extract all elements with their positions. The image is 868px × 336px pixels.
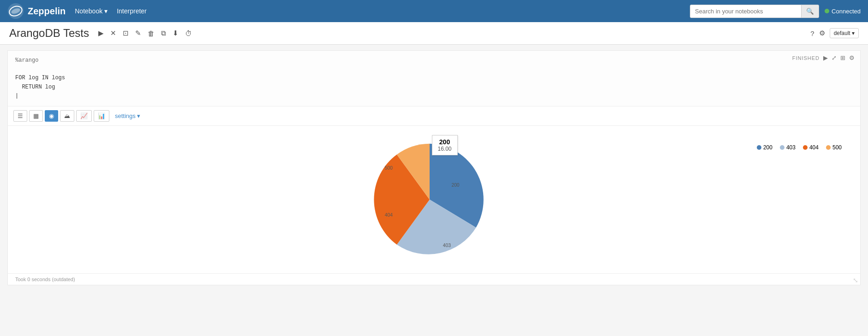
pie-chart-container: 200 403 404 500 200 16.00: [365, 135, 503, 264]
code-line-2: [15, 65, 853, 74]
title-right: ? ⚙ default ▾: [810, 28, 859, 38]
settings-dropdown-icon: ▾: [137, 112, 140, 119]
code-line-1: %arango: [15, 56, 853, 65]
scatter-chart-button[interactable]: 📊: [94, 110, 109, 122]
pie-chart: 200 403 404 500: [365, 135, 494, 264]
cell-footer: Took 0 seconds (outdated): [8, 273, 860, 285]
page-title: ArangoDB Tests: [9, 27, 89, 40]
legend-dot-500: [826, 145, 831, 150]
connected-dot: [825, 9, 829, 13]
default-button[interactable]: default ▾: [830, 28, 859, 38]
notebook-dropdown-icon: ▾: [104, 7, 108, 15]
edit-button[interactable]: ✎: [133, 28, 143, 38]
zeppelin-logo: [7, 3, 24, 19]
chart-toolbar: ☰ ▦ ◉ ⛰ 📈 📊 settings ▾: [8, 106, 860, 126]
legend-dot-404: [803, 145, 808, 150]
legend-label-403: 403: [786, 144, 796, 151]
bar-chart-button[interactable]: ▦: [29, 110, 43, 122]
label-403: 403: [443, 243, 450, 248]
legend-dot-200: [757, 145, 761, 150]
line-chart-button[interactable]: 📈: [76, 110, 92, 122]
show-hide-button[interactable]: ⊡: [121, 28, 131, 38]
legend-item-200: 200: [757, 144, 772, 151]
chart-legend: 200 403 404 500: [757, 144, 842, 151]
cell-status-bar: FINISHED ▶ ⤢ ⊞ ⚙: [792, 54, 855, 61]
tooltip-label: 200: [438, 138, 452, 146]
page-title-bar: ArangoDB Tests ▶ ✕ ⊡ ✎ 🗑 ⧉ ⬇ ⏱ ? ⚙ defau…: [0, 22, 868, 45]
code-line-4: RETURN log: [15, 83, 853, 92]
label-404: 404: [384, 212, 392, 218]
resize-handle[interactable]: ⤡: [853, 277, 858, 284]
chart-area: 200 403 404 500 200 16.00 200: [8, 126, 860, 273]
delete-button[interactable]: 🗑: [146, 29, 156, 38]
cell-maximize-icon[interactable]: ⤢: [832, 54, 837, 61]
tooltip-value: 16.00: [438, 146, 452, 152]
cell-code-icon[interactable]: ⊞: [840, 54, 845, 61]
code-cursor: |: [15, 92, 853, 100]
legend-item-404: 404: [803, 144, 819, 151]
cell-status-text: FINISHED: [792, 55, 820, 61]
export-button[interactable]: ⬇: [171, 28, 180, 38]
navbar: Zeppelin Notebook ▾ Interpreter 🔍 Connec…: [0, 0, 868, 22]
label-500: 500: [384, 165, 392, 171]
connected-badge: Connected: [825, 8, 861, 15]
chart-tooltip: 200 16.00: [432, 135, 458, 155]
settings-icon[interactable]: ⚙: [819, 29, 825, 37]
chart-settings-button[interactable]: settings ▾: [115, 112, 140, 119]
legend-label-500: 500: [832, 144, 842, 151]
search-box: 🔍: [690, 5, 819, 18]
run-all-button[interactable]: ▶: [96, 28, 106, 38]
label-200: 200: [451, 183, 459, 188]
interpreter-link[interactable]: Interpreter: [117, 7, 147, 15]
cell-timing: Took 0 seconds (outdated): [15, 277, 75, 282]
brand-name: Zeppelin: [28, 6, 66, 17]
stop-button[interactable]: ✕: [108, 28, 118, 38]
clone-button[interactable]: ⧉: [159, 28, 168, 38]
cell-run-icon[interactable]: ▶: [823, 54, 828, 61]
legend-dot-403: [780, 145, 784, 150]
legend-item-403: 403: [780, 144, 796, 151]
brand: Zeppelin: [7, 3, 66, 19]
notebook-toolbar: ▶ ✕ ⊡ ✎ 🗑 ⧉ ⬇ ⏱: [96, 28, 194, 38]
search-button[interactable]: 🔍: [801, 5, 819, 18]
code-line-3: FOR log IN logs: [15, 74, 853, 83]
legend-label-200: 200: [763, 144, 772, 151]
legend-label-404: 404: [809, 144, 819, 151]
help-icon[interactable]: ?: [810, 29, 814, 37]
table-view-button[interactable]: ☰: [13, 110, 27, 122]
code-editor[interactable]: %arango FOR log IN logs RETURN log |: [8, 51, 860, 106]
notebook-cell: FINISHED ▶ ⤢ ⊞ ⚙ %arango FOR log IN logs…: [7, 50, 861, 285]
notebook-menu[interactable]: Notebook ▾: [75, 7, 108, 15]
main-content: FINISHED ▶ ⤢ ⊞ ⚙ %arango FOR log IN logs…: [0, 50, 868, 285]
cell-settings-icon[interactable]: ⚙: [849, 54, 855, 61]
connected-label: Connected: [832, 8, 861, 15]
area-chart-button[interactable]: ⛰: [60, 110, 74, 122]
navbar-right: 🔍 Connected: [690, 5, 861, 18]
schedule-button[interactable]: ⏱: [183, 29, 194, 38]
pie-chart-button[interactable]: ◉: [45, 110, 58, 122]
search-input[interactable]: [690, 5, 801, 18]
legend-item-500: 500: [826, 144, 842, 151]
